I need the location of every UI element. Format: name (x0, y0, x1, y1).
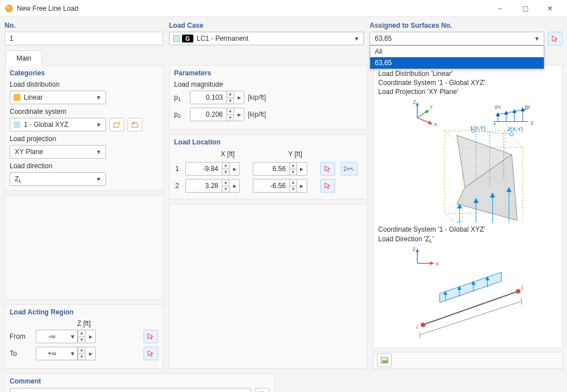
loc1-x-input[interactable] (185, 162, 222, 176)
empty-panel-mid (169, 204, 367, 369)
load-case-value: LC1 - Permanent (196, 35, 350, 42)
spin-up-icon[interactable]: ▴ (222, 162, 230, 169)
chevron-down-icon: ▾ (94, 120, 103, 129)
spin-up-icon[interactable]: ▴ (78, 330, 86, 336)
loc2-x-input[interactable] (185, 179, 222, 193)
expand-button[interactable]: ▸ (230, 179, 240, 193)
region-to-field[interactable]: ▾ ▴▾ ▸ (36, 347, 96, 360)
comment-combo[interactable]: ▾ (10, 388, 251, 392)
pick-to-button[interactable] (143, 347, 158, 360)
region-from-input[interactable] (36, 330, 67, 343)
tab-main[interactable]: Main (6, 50, 42, 66)
spin-up-icon[interactable]: ▴ (226, 108, 234, 114)
loc2-x-field[interactable]: ▴▾ ▸ (185, 179, 251, 193)
svg-rect-5 (132, 122, 135, 123)
close-button[interactable]: ✕ (538, 0, 562, 17)
expand-button[interactable]: ▸ (297, 179, 307, 193)
no-field[interactable] (5, 32, 163, 45)
pick-point1-button[interactable] (320, 162, 335, 176)
empty-panel-left (5, 195, 163, 300)
load-magnitude-label: Load magnitude (174, 80, 362, 88)
p2-unit: [kip/ft] (248, 110, 266, 118)
new-coord-system-button[interactable] (109, 118, 124, 131)
svg-line-28 (495, 109, 528, 115)
coord-system-combo[interactable]: 1 - Global XYZ ▾ (10, 118, 106, 131)
svg-point-53 (472, 129, 475, 133)
minimize-button[interactable]: – (488, 0, 513, 17)
p1-unit: [kip/ft] (248, 93, 266, 101)
load-projection-label: Load projection (10, 135, 158, 143)
chevron-down-icon[interactable]: ▾ (67, 330, 78, 343)
svg-marker-58 (430, 262, 434, 265)
loc1-y-field[interactable]: ▴▾ ▸ (253, 162, 318, 176)
no-input[interactable] (9, 34, 159, 43)
region-z-label: Z [ft] (10, 319, 158, 327)
spin-down-icon[interactable]: ▾ (78, 336, 86, 343)
comment-copy-button[interactable] (255, 388, 269, 392)
p1-input[interactable] (190, 91, 226, 104)
p1-field[interactable]: ▴▾ ▸ (190, 91, 244, 104)
preview-diagram-bottom: Z X i j (378, 244, 557, 344)
spin-up-icon[interactable]: ▴ (78, 347, 86, 353)
categories-title: Categories (10, 69, 158, 77)
assigned-surfaces-dropdown[interactable]: All 63,65 (370, 45, 544, 69)
load-projection-combo[interactable]: XY Plane ▾ (10, 145, 106, 159)
preview-extra-button[interactable] (377, 353, 392, 367)
svg-point-62 (421, 322, 425, 327)
expand-button[interactable]: ▸ (86, 330, 96, 343)
dropdown-option-selected[interactable]: 63,65 (370, 57, 544, 69)
svg-text:p₂: p₂ (525, 103, 530, 109)
spin-up-icon[interactable]: ▴ (289, 179, 297, 186)
spin-up-icon[interactable]: ▴ (222, 179, 230, 186)
chevron-down-icon[interactable]: ▾ (67, 347, 78, 360)
assigned-surfaces-combo[interactable]: 63,65 ▾ (370, 32, 544, 45)
svg-text:2(X,Y): 2(X,Y) (507, 126, 523, 132)
spin-up-icon[interactable]: ▴ (226, 91, 234, 97)
p2-input[interactable] (190, 108, 226, 121)
pick-from-button[interactable] (143, 330, 158, 343)
spin-down-icon[interactable]: ▾ (226, 97, 234, 104)
region-title: Load Acting Region (10, 308, 158, 316)
square-icon (14, 121, 20, 128)
svg-line-8 (417, 111, 427, 118)
chevron-down-icon: ▾ (94, 93, 103, 102)
spin-down-icon[interactable]: ▾ (78, 353, 86, 360)
expand-button[interactable]: ▸ (234, 91, 244, 104)
loc1-x-field[interactable]: ▴▾ ▸ (185, 162, 251, 176)
pick-two-points-button[interactable]: 2×↖ (341, 162, 358, 176)
expand-button[interactable]: ▸ (234, 108, 244, 121)
spin-down-icon[interactable]: ▾ (226, 114, 234, 121)
load-direction-label: Load direction (10, 162, 158, 170)
loc1-y-input[interactable] (253, 162, 289, 176)
expand-button[interactable]: ▸ (230, 162, 240, 176)
dropdown-option-all[interactable]: All (370, 46, 544, 57)
library-coord-system-button[interactable] (128, 118, 142, 131)
spin-up-icon[interactable]: ▴ (289, 162, 297, 169)
spin-down-icon[interactable]: ▾ (222, 169, 230, 176)
svg-line-61 (423, 291, 518, 325)
spin-down-icon[interactable]: ▾ (289, 186, 297, 193)
region-to-input[interactable] (36, 347, 67, 360)
load-distribution-combo[interactable]: Linear ▾ (10, 91, 106, 104)
pick-point2-button[interactable] (320, 179, 335, 193)
two-points-icon: 2×↖ (344, 166, 354, 172)
svg-text:Y: Y (429, 104, 433, 110)
expand-button[interactable]: ▸ (297, 162, 307, 176)
spin-down-icon[interactable]: ▾ (289, 169, 297, 176)
load-case-combo[interactable]: G LC1 - Permanent ▾ (169, 32, 364, 45)
new-star-icon (113, 121, 121, 129)
spin-down-icon[interactable]: ▾ (222, 186, 230, 193)
svg-text:j: j (521, 283, 523, 290)
expand-button[interactable]: ▸ (86, 347, 96, 360)
load-direction-combo[interactable]: ZL ▾ (10, 172, 106, 186)
loc2-y-field[interactable]: ▴▾ ▸ (253, 179, 318, 193)
maximize-button[interactable]: ▢ (513, 0, 538, 17)
region-from-field[interactable]: ▾ ▴▾ ▸ (36, 330, 96, 343)
svg-text:i: i (416, 323, 417, 330)
load-case-color-icon (173, 35, 180, 42)
loc2-y-input[interactable] (253, 179, 289, 193)
svg-rect-2 (114, 123, 119, 127)
svg-marker-56 (416, 249, 419, 252)
pick-surfaces-button[interactable] (548, 32, 562, 45)
p2-field[interactable]: ▴▾ ▸ (190, 108, 244, 121)
